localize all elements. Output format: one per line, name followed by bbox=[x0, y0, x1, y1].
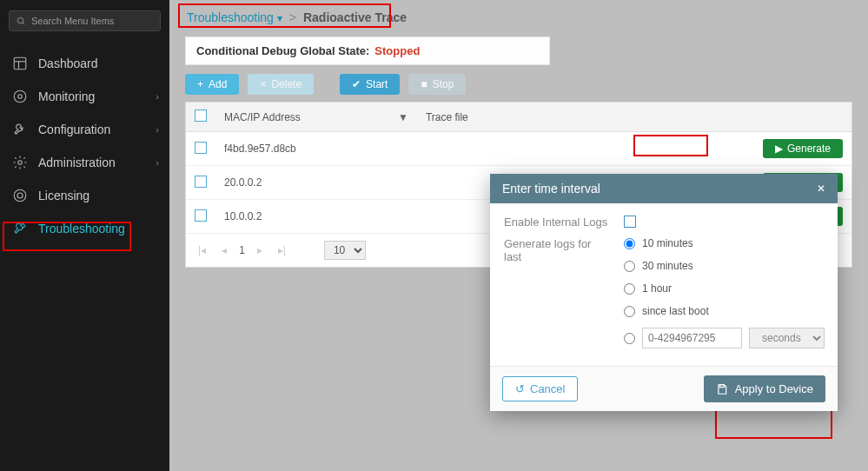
search-icon bbox=[17, 17, 26, 26]
custom-seconds-input[interactable] bbox=[642, 328, 742, 348]
page-size-select[interactable]: 10 bbox=[324, 241, 366, 260]
svg-point-0 bbox=[17, 17, 23, 23]
x-icon: × bbox=[260, 78, 266, 90]
row-checkbox[interactable] bbox=[195, 142, 207, 154]
button-label: Apply to Device bbox=[735, 382, 813, 395]
column-trace[interactable]: Trace file bbox=[417, 103, 851, 132]
chevron-right-icon: › bbox=[156, 91, 159, 102]
radio-label: 1 hour bbox=[642, 282, 672, 295]
generate-logs-label: Generate logs for last bbox=[504, 237, 608, 263]
time-interval-modal: Enter time interval ✕ Enable Internal Lo… bbox=[490, 174, 838, 411]
time-radio-group: 10 minutes 30 minutes 1 hour since last … bbox=[624, 237, 825, 348]
status-value: Stopped bbox=[374, 44, 420, 57]
svg-rect-2 bbox=[14, 57, 26, 70]
dashboard-icon bbox=[12, 56, 28, 71]
sidebar-item-monitoring[interactable]: Monitoring › bbox=[0, 80, 169, 113]
sidebar: Search Menu Items Dashboard Monitoring ›… bbox=[0, 0, 169, 471]
radio-label: since last boot bbox=[642, 305, 709, 317]
svg-point-8 bbox=[14, 189, 26, 202]
enable-logs-checkbox[interactable] bbox=[624, 216, 636, 228]
modal-title: Enter time interval bbox=[502, 182, 600, 196]
gear-icon bbox=[12, 155, 28, 170]
breadcrumb: Troubleshooting ▾ > Radioactive Trace bbox=[185, 7, 852, 33]
breadcrumb-root[interactable]: Troubleshooting ▾ bbox=[187, 10, 282, 24]
toolbar: +Add ×Delete ✔Start ■Stop bbox=[185, 74, 852, 95]
status-label: Conditional Debug Global State: bbox=[196, 44, 369, 57]
generate-button[interactable]: ▶Generate bbox=[763, 139, 843, 158]
pager-next[interactable]: ▸ bbox=[254, 244, 266, 256]
chevron-right-icon: › bbox=[156, 124, 159, 135]
plus-icon: + bbox=[197, 78, 203, 90]
check-icon: ✔ bbox=[352, 78, 361, 90]
monitoring-icon bbox=[12, 89, 28, 104]
sidebar-item-label: Configuration bbox=[38, 123, 110, 136]
row-checkbox[interactable] bbox=[195, 176, 207, 188]
button-label: Cancel bbox=[530, 382, 565, 395]
save-icon bbox=[716, 383, 728, 395]
sidebar-item-licensing[interactable]: Licensing bbox=[0, 179, 169, 212]
chevron-right-icon: › bbox=[156, 157, 159, 168]
add-button[interactable]: +Add bbox=[185, 74, 239, 95]
sidebar-item-label: Dashboard bbox=[38, 56, 98, 70]
pager-first[interactable]: |◂ bbox=[195, 244, 209, 256]
button-label: Start bbox=[366, 78, 388, 90]
table-row[interactable]: f4bd.9e57.d8cb ▶Generate bbox=[186, 132, 851, 166]
filter-icon[interactable]: ▼ bbox=[398, 111, 408, 123]
breadcrumb-separator: > bbox=[289, 10, 296, 24]
modal-header: Enter time interval ✕ bbox=[490, 174, 838, 203]
svg-line-1 bbox=[23, 22, 24, 23]
pager-current: 1 bbox=[239, 244, 245, 256]
sidebar-item-administration[interactable]: Administration › bbox=[0, 146, 169, 179]
sidebar-item-label: Troubleshooting bbox=[38, 222, 125, 236]
stop-button[interactable]: ■Stop bbox=[408, 74, 466, 95]
svg-point-5 bbox=[14, 90, 26, 103]
tools-icon bbox=[12, 221, 28, 236]
search-placeholder: Search Menu Items bbox=[31, 16, 114, 26]
radio-10min[interactable] bbox=[624, 238, 635, 249]
debug-status: Conditional Debug Global State: Stopped bbox=[185, 36, 550, 65]
license-icon bbox=[12, 188, 28, 203]
search-input[interactable]: Search Menu Items bbox=[9, 10, 161, 31]
svg-point-7 bbox=[18, 161, 23, 165]
close-icon[interactable]: ✕ bbox=[817, 182, 825, 195]
radio-custom[interactable] bbox=[624, 333, 635, 344]
sidebar-item-label: Monitoring bbox=[38, 90, 95, 103]
start-button[interactable]: ✔Start bbox=[340, 74, 400, 95]
sidebar-item-label: Administration bbox=[38, 156, 116, 169]
button-label: Stop bbox=[433, 78, 454, 90]
button-label: Delete bbox=[271, 78, 301, 90]
button-label: Add bbox=[209, 78, 227, 90]
button-label: Generate bbox=[787, 143, 831, 155]
radio-label: 10 minutes bbox=[642, 237, 693, 249]
radio-1hour[interactable] bbox=[624, 283, 635, 295]
column-mac[interactable]: MAC/IP Address bbox=[215, 103, 389, 132]
wrench-icon bbox=[12, 122, 28, 137]
cell-addr: 20.0.0.2 bbox=[215, 166, 389, 200]
undo-icon: ↺ bbox=[515, 382, 525, 395]
sidebar-item-label: Licensing bbox=[38, 189, 89, 202]
breadcrumb-current: Radioactive Trace bbox=[303, 10, 407, 24]
pager-last[interactable]: ▸| bbox=[275, 244, 289, 256]
svg-rect-9 bbox=[719, 384, 724, 387]
sidebar-item-troubleshooting[interactable]: Troubleshooting bbox=[0, 212, 169, 245]
radio-30min[interactable] bbox=[624, 261, 635, 272]
checkbox-all[interactable] bbox=[195, 109, 207, 122]
play-icon: ▶ bbox=[775, 143, 783, 155]
cancel-button[interactable]: ↺Cancel bbox=[502, 376, 578, 401]
apply-button[interactable]: Apply to Device bbox=[704, 375, 825, 402]
cell-addr: 10.0.0.2 bbox=[215, 200, 389, 234]
pager-prev[interactable]: ◂ bbox=[218, 244, 230, 256]
sidebar-item-configuration[interactable]: Configuration › bbox=[0, 113, 169, 146]
cell-addr: f4bd.9e57.d8cb bbox=[215, 132, 389, 166]
delete-button[interactable]: ×Delete bbox=[248, 74, 314, 95]
svg-point-6 bbox=[18, 95, 23, 99]
radio-lastboot[interactable] bbox=[624, 306, 635, 317]
sidebar-item-dashboard[interactable]: Dashboard bbox=[0, 47, 169, 80]
time-unit-select[interactable]: seconds bbox=[749, 328, 825, 348]
row-checkbox[interactable] bbox=[195, 209, 207, 222]
stop-icon: ■ bbox=[421, 78, 427, 90]
enable-logs-label: Enable Internal Logs bbox=[504, 216, 608, 229]
radio-label: 30 minutes bbox=[642, 260, 693, 272]
